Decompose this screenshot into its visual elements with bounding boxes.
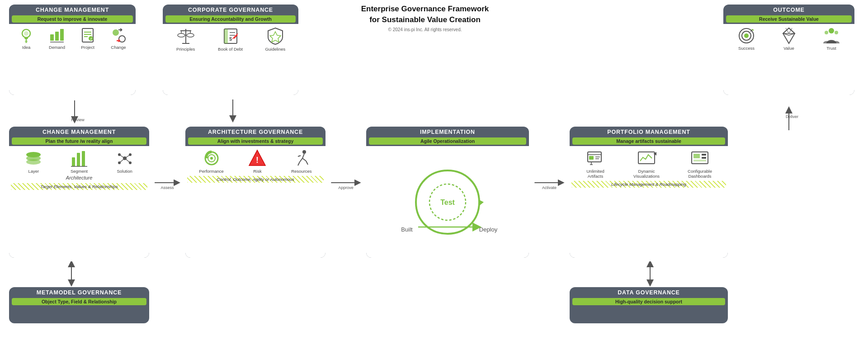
- success-icon: [737, 26, 756, 45]
- review-label: Review: [71, 118, 85, 122]
- svg-text:$: $: [229, 36, 232, 42]
- assess-arrow: Assess: [151, 176, 183, 190]
- demand-icon: [48, 26, 66, 44]
- solution-label: Solution: [117, 169, 132, 174]
- svg-point-25: [187, 33, 194, 37]
- unlimited-artifacts-label: Unlimited Artifacts: [586, 169, 604, 179]
- svg-rect-89: [702, 157, 706, 159]
- change-management-mid-header: CHANGE MANAGEMENT: [9, 127, 149, 137]
- data-governance-header: DATA GOVERNANCE: [570, 287, 728, 297]
- outcome-box: OUTCOME Receive Sustainable Value Succes…: [723, 5, 854, 95]
- svg-point-4: [24, 31, 28, 36]
- svg-text:Built: Built: [401, 226, 413, 233]
- metamodel-governance-subheader: Object Type, Field & Relationship: [12, 298, 146, 305]
- svg-rect-7: [60, 29, 64, 41]
- performance-label: Performance: [199, 169, 223, 174]
- trust-label: Trust: [826, 46, 836, 51]
- change-item: Change: [109, 26, 127, 50]
- principles-label: Principles: [176, 47, 195, 52]
- portfolio-management-box: PORTFOLIO MANAGEMENT Manage artifacts su…: [570, 127, 728, 258]
- svg-marker-35: [270, 32, 281, 42]
- svg-point-47: [825, 31, 828, 34]
- idea-item: Idea: [17, 26, 35, 50]
- risk-label: Risk: [253, 169, 261, 174]
- implementation-cycle-icon: Test Built Deploy: [384, 157, 511, 247]
- book-of-debt-icon: $: [221, 26, 241, 46]
- svg-point-15: [113, 29, 119, 36]
- unlimited-artifacts-icon: [585, 148, 605, 168]
- dynamic-visualizations-icon: [637, 148, 656, 168]
- portfolio-dotted: Lifecycle Management & Roadmapping: [571, 181, 726, 188]
- change-management-mid-subheader: Plan the future /w reality align: [12, 137, 146, 145]
- data-governance-subheader: High-quality decision support: [572, 298, 725, 305]
- svg-text:Deploy: Deploy: [479, 226, 498, 233]
- success-item: Success: [737, 26, 756, 51]
- svg-rect-30: [224, 29, 228, 43]
- activate-label: Activate: [542, 185, 557, 190]
- main-title: Enterprise Governance Framework: [339, 4, 511, 14]
- configurable-dashboards-label: Configurable Dashboards: [688, 169, 712, 179]
- arch-gov-header: ARCHITECTURE GOVERNANCE: [185, 127, 326, 137]
- architecture-governance-box: ARCHITECTURE GOVERNANCE Align with inves…: [185, 127, 326, 258]
- title-block: Enterprise Governance Framework for Sust…: [339, 4, 511, 32]
- svg-rect-6: [55, 32, 59, 41]
- svg-point-24: [178, 33, 185, 37]
- svg-rect-90: [693, 160, 706, 161]
- svg-marker-42: [783, 28, 795, 35]
- change-icon: [109, 26, 127, 44]
- svg-rect-78: [589, 156, 594, 160]
- deliver-label: Deliver: [786, 114, 798, 119]
- svg-line-61: [119, 155, 125, 158]
- corporate-governance-subheader: Ensuring Accountability and Growth: [165, 15, 296, 23]
- value-icon: [779, 26, 798, 45]
- svg-line-64: [125, 158, 130, 163]
- project-item: ✓ Project: [79, 26, 97, 50]
- portfolio-management-subheader: Manage artifacts sustainable: [572, 137, 725, 145]
- project-label: Project: [81, 45, 94, 50]
- solution-item: Solution: [115, 148, 135, 174]
- configurable-dashboards-icon: [690, 148, 710, 168]
- svg-marker-41: [783, 28, 795, 43]
- change-label: Change: [111, 45, 126, 50]
- value-label: Value: [783, 46, 794, 51]
- svg-rect-88: [702, 154, 706, 156]
- portfolio-management-header: PORTFOLIO MANAGEMENT: [570, 127, 728, 137]
- svg-text:!: !: [256, 156, 259, 165]
- implementation-subheader: Agile Operationalization: [369, 137, 526, 145]
- configurable-dashboards-item: Configurable Dashboards: [688, 148, 712, 179]
- layer-item: Layer: [24, 148, 43, 174]
- svg-line-62: [125, 155, 130, 158]
- activate-arrow: Activate: [531, 176, 567, 190]
- risk-item: ! Risk: [247, 148, 267, 174]
- change-management-top-subheader: Request to improve & innovate: [12, 15, 133, 23]
- guidelines-item: Guidelines: [265, 26, 285, 52]
- trust-item: Trust: [822, 26, 841, 51]
- data-gov-arrow: [644, 260, 662, 287]
- change-management-mid-box: CHANGE MANAGEMENT Plan the future /w rea…: [9, 127, 149, 258]
- segment-label: Segment: [71, 169, 88, 174]
- svg-text:✓: ✓: [90, 37, 93, 40]
- corporate-governance-header: CORPORATE GOVERNANCE: [163, 5, 298, 14]
- metamodel-governance-header: METAMODEL GOVERNANCE: [9, 287, 149, 297]
- svg-text:Test: Test: [440, 199, 455, 206]
- trust-icon: [822, 26, 841, 45]
- architecture-sublabel: Architecture: [66, 175, 93, 180]
- unlimited-artifacts-item: Unlimited Artifacts: [585, 148, 605, 179]
- assess-label: Assess: [160, 185, 174, 190]
- outcome-header: OUTCOME: [723, 5, 854, 14]
- corp-arch-arrow-svg: [226, 99, 240, 123]
- deliver-arrow-svg: [781, 105, 797, 132]
- idea-label: Idea: [22, 45, 31, 50]
- change-management-top-header: CHANGE MANAGEMENT: [9, 5, 136, 14]
- resources-item: Resources: [291, 148, 311, 174]
- svg-point-38: [744, 33, 749, 38]
- guidelines-label: Guidelines: [265, 47, 285, 52]
- idea-icon: [17, 26, 35, 44]
- svg-rect-52: [72, 157, 75, 166]
- data-gov-arrow-svg: [646, 261, 661, 286]
- segment-item: Segment: [69, 148, 89, 174]
- metamodel-arrow: [66, 260, 84, 287]
- layer-icon: [24, 148, 43, 168]
- demand-item: Demand: [48, 26, 66, 50]
- layer-label: Layer: [28, 169, 39, 174]
